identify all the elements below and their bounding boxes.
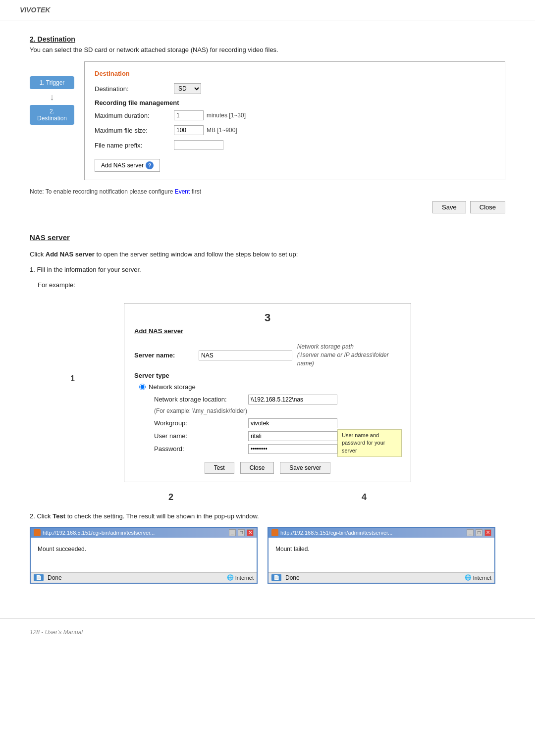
annotation-1: 1	[70, 374, 75, 383]
popup-success-body: Mount succeeded.	[31, 538, 257, 572]
radio-network-storage[interactable]: Network storage	[139, 383, 401, 391]
max-file-size-label: Maximum file size:	[95, 127, 174, 134]
popup-success-titlebar: http://192.168.5.151/cgi-bin/admin/tests…	[31, 528, 257, 538]
popup-row: http://192.168.5.151/cgi-bin/admin/tests…	[30, 527, 505, 584]
destination-section: 2. Destination You can select the SD car…	[30, 35, 505, 213]
test-strong: Test	[53, 512, 65, 520]
network-storage-location-row: Network storage location:	[154, 395, 401, 404]
nas-dialog-buttons: Test Close Save server	[134, 462, 401, 474]
destination-select[interactable]: SD NAS	[174, 83, 201, 94]
bottom-annotations: 2 4	[30, 492, 505, 503]
username-label: User name:	[154, 432, 248, 440]
password-input[interactable]	[248, 444, 337, 454]
username-tooltip: User name and password for your server	[337, 429, 402, 457]
workgroup-row: Workgroup:	[154, 418, 401, 428]
main-content: 2. Destination You can select the SD car…	[0, 20, 535, 599]
section1-title: 2. Destination	[30, 35, 505, 43]
action-buttons: Save Close	[30, 201, 505, 213]
popup-success: http://192.168.5.151/cgi-bin/admin/tests…	[30, 527, 258, 584]
popup-fail-body: Mount failed.	[268, 538, 494, 572]
server-name-input[interactable]	[199, 351, 292, 360]
brand-logo: VIVOTEK	[20, 6, 50, 14]
radio-network-storage-input[interactable]	[139, 384, 146, 390]
recording-mgmt-label: Recording file management	[95, 99, 495, 106]
save-server-button[interactable]: Save server	[280, 462, 330, 474]
destination-panel: Destination Destination: SD NAS Recordin…	[84, 61, 505, 180]
popup-success-done: Done	[48, 574, 62, 581]
popup-fail-restore[interactable]: □	[476, 529, 482, 536]
nas-desc2: 1. Fill in the information for your serv…	[30, 265, 505, 275]
popup-fail-internet: 🌐 Internet	[465, 574, 491, 581]
popup-fail: http://192.168.5.151/cgi-bin/admin/tests…	[268, 527, 495, 584]
page-footer: 128 - User's Manual	[0, 618, 535, 646]
step2-desc: 2. Click Test to check the setting. The …	[30, 512, 505, 520]
username-row: User name: User name and password for yo…	[154, 431, 401, 441]
globe-success-icon: 🌐	[227, 574, 234, 581]
popup-success-title: http://192.168.5.151/cgi-bin/admin/tests…	[43, 530, 227, 536]
event-link[interactable]: Event	[175, 188, 192, 195]
popup-success-restore[interactable]: □	[238, 529, 245, 536]
max-duration-label: Maximum duration:	[95, 112, 174, 119]
file-name-prefix-input[interactable]	[174, 140, 223, 150]
note-row: Note: To enable recording notification p…	[30, 188, 505, 195]
popup-fail-page-icon: 📄	[271, 574, 281, 581]
nas-title: NAS server	[30, 233, 505, 242]
destination-label: Destination:	[95, 85, 174, 93]
test-button[interactable]: Test	[205, 462, 234, 474]
max-file-size-input[interactable]	[174, 125, 204, 135]
nas-close-button[interactable]: Close	[240, 462, 274, 474]
nas-server-section: NAS server Click Add NAS server to open …	[30, 233, 505, 584]
server-type-label: Server type	[134, 372, 199, 379]
workgroup-input[interactable]	[248, 418, 337, 428]
popup-success-statusbar: 📄 Done 🌐 Internet	[31, 572, 257, 583]
popup-fail-statusbar: 📄 Done 🌐 Internet	[268, 572, 494, 583]
close-button[interactable]: Close	[470, 201, 505, 213]
popup-success-close[interactable]: ✕	[247, 529, 254, 536]
max-duration-row: Maximum duration: minutes [1~30]	[95, 110, 495, 120]
server-name-label: Server name:	[134, 352, 199, 359]
popup-fail-done: Done	[285, 574, 300, 581]
popup-success-internet: 🌐 Internet	[227, 574, 254, 581]
username-input[interactable]	[248, 431, 337, 441]
save-button[interactable]: Save	[432, 201, 466, 213]
annotation-4: 4	[362, 492, 367, 503]
popup-fail-message: Mount failed.	[275, 546, 310, 553]
max-file-size-row: Maximum file size: MB [1~900]	[95, 125, 495, 135]
section1-desc: You can select the SD card or network at…	[30, 46, 505, 53]
nas-desc3: For example:	[38, 280, 505, 291]
annotation-2: 2	[168, 492, 173, 503]
internet-label-success: Internet	[235, 575, 254, 581]
globe-fail-icon: 🌐	[465, 574, 472, 581]
nas-dialog-wrapper: 1 3 Add NAS server Server name: Network …	[30, 295, 505, 490]
popup-success-message: Mount succeeded.	[38, 546, 86, 553]
file-name-prefix-row: File name prefix:	[95, 140, 495, 150]
popup-fail-titlebar: http://192.168.5.151/cgi-bin/admin/tests…	[268, 528, 494, 538]
wizard-container: 1. Trigger ↓ 2. Destination Destination …	[30, 61, 505, 180]
popup-fail-minimize[interactable]: _	[467, 529, 474, 536]
wizard-steps: 1. Trigger ↓ 2. Destination	[30, 76, 74, 125]
note-suffix: first	[192, 188, 201, 195]
step-arrow: ↓	[50, 89, 54, 105]
step2-text-suffix: to check the setting. The result will be…	[67, 512, 259, 520]
info-icon: ?	[146, 161, 154, 169]
nas-example-text: (For example: \\my_nas\disk\folder)	[154, 407, 401, 414]
max-file-size-unit: MB [1~900]	[207, 127, 237, 134]
radio-network-storage-label: Network storage	[149, 383, 196, 391]
add-nas-strong: Add NAS server	[46, 251, 95, 258]
popup-success-minimize[interactable]: _	[229, 529, 236, 536]
add-nas-label: Add NAS server	[101, 162, 144, 169]
add-nas-server-button[interactable]: Add NAS server ?	[95, 159, 160, 172]
nas-desc1: Click Add NAS server to open the server …	[30, 250, 505, 260]
annotation-3: 3	[134, 311, 401, 324]
network-storage-location-input[interactable]	[248, 395, 337, 404]
server-type-row: Server type	[134, 372, 401, 379]
max-duration-input[interactable]	[174, 110, 204, 120]
destination-row: Destination: SD NAS	[95, 83, 495, 94]
nas-dialog: 3 Add NAS server Server name: Network st…	[124, 303, 411, 482]
file-name-prefix-label: File name prefix:	[95, 142, 174, 149]
server-name-row: Server name: Network storage path (\\ser…	[134, 343, 401, 367]
page-header: VIVOTEK	[0, 0, 535, 20]
popup-success-icon	[34, 529, 41, 536]
nas-dialog-title: Add NAS server	[134, 327, 401, 335]
popup-fail-close[interactable]: ✕	[484, 529, 491, 536]
